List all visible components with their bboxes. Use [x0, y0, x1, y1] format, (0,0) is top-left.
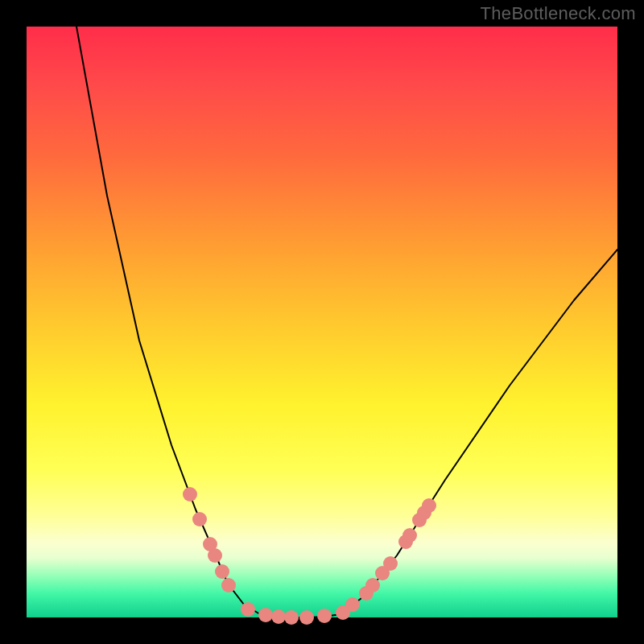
curve-svg: [27, 27, 617, 617]
chart-frame: TheBottleneck.com: [0, 0, 644, 644]
marker-dot: [258, 608, 273, 622]
bottleneck-curve: [76, 27, 617, 617]
plot-area: [27, 27, 617, 617]
marker-dot: [271, 609, 286, 624]
marker-dot: [317, 609, 332, 623]
watermark-text: TheBottleneck.com: [481, 3, 636, 24]
marker-dot: [299, 610, 314, 625]
marker-dot: [221, 578, 236, 592]
marker-dot: [422, 498, 436, 513]
marker-dot: [192, 512, 207, 526]
curve-line: [76, 27, 617, 617]
marker-dot: [215, 564, 229, 579]
marker-dot: [365, 578, 380, 592]
marker-dot: [208, 548, 222, 563]
marker-dot: [284, 610, 299, 625]
marker-group: [183, 487, 436, 625]
marker-dot: [402, 528, 417, 543]
marker-dot: [241, 602, 255, 617]
marker-dot: [383, 556, 398, 571]
marker-dot: [183, 487, 197, 502]
marker-dot: [345, 597, 360, 612]
